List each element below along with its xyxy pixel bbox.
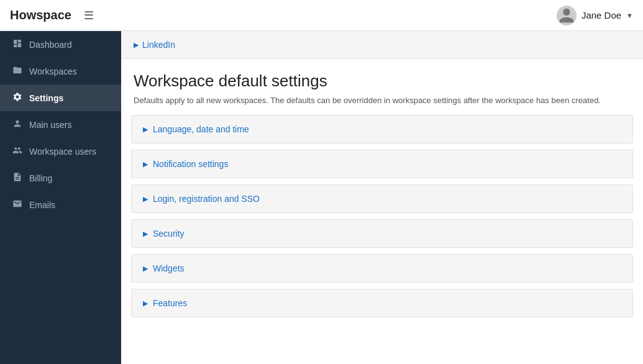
accordion-list: ▶ Language, date and time ▶ Notification…	[121, 110, 643, 322]
sidebar-item-workspaces-label: Workspaces	[29, 66, 77, 76]
accordion-arrow-security: ▶	[143, 230, 148, 238]
sidebar-item-settings[interactable]: Settings	[0, 84, 121, 111]
header: Howspace ☰ Jane Doe ▼	[0, 0, 643, 31]
sidebar: Dashboard Workspaces Settings Main users	[0, 31, 121, 364]
linkedin-bar[interactable]: ▶ LinkedIn	[121, 31, 643, 59]
header-right: Jane Doe ▼	[557, 6, 633, 25]
accordion-label-features: Features	[153, 298, 187, 308]
sidebar-item-workspace-users[interactable]: Workspace users	[0, 138, 121, 165]
accordion-arrow-features: ▶	[143, 299, 148, 307]
sidebar-item-workspaces[interactable]: Workspaces	[0, 58, 121, 84]
accordion-label-notification: Notification settings	[153, 159, 228, 169]
sidebar-item-settings-label: Settings	[29, 93, 63, 103]
user-dropdown-arrow[interactable]: ▼	[626, 12, 633, 19]
linkedin-label[interactable]: LinkedIn	[142, 40, 175, 50]
accordion-label-security: Security	[153, 229, 185, 239]
accordion-label-widgets: Widgets	[153, 263, 185, 273]
sidebar-item-dashboard[interactable]: Dashboard	[0, 31, 121, 58]
sidebar-item-billing[interactable]: Billing	[0, 165, 121, 191]
main-layout: Dashboard Workspaces Settings Main users	[0, 31, 643, 364]
sidebar-item-main-users[interactable]: Main users	[0, 111, 121, 138]
logo: Howspace	[10, 8, 71, 22]
header-left: Howspace ☰	[10, 8, 94, 22]
sidebar-item-emails-label: Emails	[29, 200, 55, 210]
emails-icon	[12, 199, 23, 211]
sidebar-item-main-users-label: Main users	[29, 120, 71, 130]
avatar	[557, 6, 577, 25]
accordion-arrow-login: ▶	[143, 195, 148, 203]
sidebar-item-dashboard-label: Dashboard	[29, 40, 72, 50]
workspace-users-icon	[12, 145, 23, 157]
settings-icon	[12, 92, 23, 104]
linkedin-expand-arrow: ▶	[134, 41, 139, 49]
section-title-area: Workspace default settings Defaults appl…	[121, 59, 643, 110]
accordion-arrow-widgets: ▶	[143, 265, 148, 273]
accordion-item-widgets[interactable]: ▶ Widgets	[131, 254, 633, 283]
main-users-icon	[12, 119, 23, 130]
sidebar-item-emails[interactable]: Emails	[0, 191, 121, 218]
billing-icon	[12, 172, 23, 184]
page-title: Workspace default settings	[134, 71, 631, 91]
section-description: Defaults apply to all new workspaces. Th…	[134, 96, 631, 105]
dashboard-icon	[12, 39, 23, 50]
hamburger-menu[interactable]: ☰	[84, 9, 94, 22]
accordion-item-language[interactable]: ▶ Language, date and time	[131, 115, 633, 143]
accordion-item-features[interactable]: ▶ Features	[131, 289, 633, 317]
accordion-item-notification[interactable]: ▶ Notification settings	[131, 150, 633, 178]
accordion-arrow-notification: ▶	[143, 160, 148, 168]
user-name: Jane Doe	[581, 10, 621, 20]
accordion-label-login: Login, registration and SSO	[153, 194, 260, 204]
sidebar-item-workspace-users-label: Workspace users	[29, 147, 96, 157]
accordion-item-login[interactable]: ▶ Login, registration and SSO	[131, 184, 633, 213]
content-area: ▶ LinkedIn Workspace default settings De…	[121, 31, 643, 364]
accordion-item-security[interactable]: ▶ Security	[131, 219, 633, 248]
accordion-arrow-language: ▶	[143, 125, 148, 134]
sidebar-item-billing-label: Billing	[29, 173, 52, 183]
workspaces-icon	[12, 65, 23, 77]
accordion-label-language: Language, date and time	[153, 124, 249, 134]
